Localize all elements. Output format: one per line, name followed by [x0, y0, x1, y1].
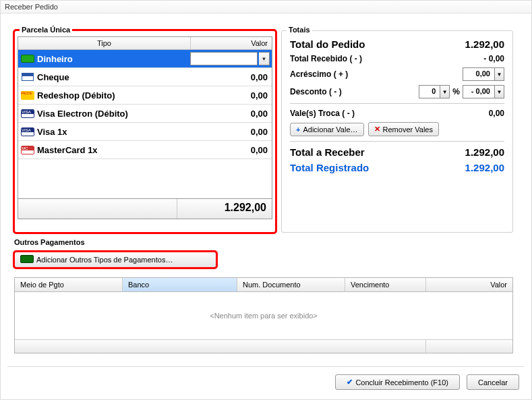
payment-value: 0,00: [191, 90, 272, 101]
chevron-down-icon[interactable]: ▼: [494, 68, 504, 80]
payment-name: Visa 1x: [37, 127, 191, 137]
window: Receber Pedido Parcela Única Tipo Valor …: [0, 0, 532, 400]
redeshop-icon: [18, 91, 37, 100]
payment-row-cheque[interactable]: Cheque 0,00: [18, 68, 272, 86]
cash-icon: [18, 55, 37, 63]
outros-pagamentos-legend: Outros Pagamentos: [14, 238, 85, 246]
visa-electron-icon: [18, 109, 37, 118]
col-meio-pgto[interactable]: Meio de Pgto: [15, 278, 123, 291]
payment-value: 0,00: [191, 145, 272, 155]
payment-methods-table: Tipo Valor Dinheiro ▼ Cheque: [18, 36, 272, 219]
plus-icon: +: [296, 125, 300, 134]
payment-value: 0,00: [191, 127, 272, 137]
desconto-pct-unit: %: [452, 87, 460, 96]
payment-row-visa[interactable]: Visa 1x 0,00: [18, 123, 272, 141]
grid-empty-message: <Nenhum item para ser exibido>: [15, 292, 512, 339]
outros-pagamentos-grid: Meio de Pgto Banco Num. Documento Vencim…: [14, 277, 513, 353]
grid-header: Meio de Pgto Banco Num. Documento Vencim…: [15, 278, 512, 292]
vales-label: Vale(s) Troca ( - ): [290, 109, 450, 118]
col-num-documento[interactable]: Num. Documento: [237, 278, 345, 291]
payment-value: 0,00: [191, 72, 272, 82]
check-icon: ✔: [347, 378, 353, 387]
total-recebido-label: Total Recebido ( - ): [290, 54, 450, 63]
add-outros-pagamentos-button[interactable]: Adicionar Outros Tipos de Pagamentos…: [14, 252, 216, 268]
payment-total-row: 1.292,00: [18, 198, 272, 219]
add-vale-button[interactable]: + Adicionar Vale…: [290, 123, 364, 136]
cancelar-button[interactable]: Cancelar: [467, 374, 519, 390]
payment-methods-header: Tipo Valor: [18, 37, 272, 50]
total-registrado-value: 1.292,00: [450, 162, 504, 173]
cheque-icon: [18, 73, 37, 81]
payment-methods-body: Dinheiro ▼ Cheque 0,00 Redeshop (Débi: [18, 50, 272, 198]
payment-value-input[interactable]: [190, 52, 258, 65]
col-vencimento[interactable]: Vencimento: [345, 278, 426, 291]
chevron-down-icon[interactable]: ▼: [440, 86, 449, 98]
parcela-unica-panel: Parcela Única Tipo Valor Dinheiro ▼: [14, 30, 276, 233]
payment-row-visa-electron[interactable]: Visa Electron (Débito) 0,00: [18, 105, 272, 123]
totais-panel: Totais Total do Pedido 1.292,00 Total Re…: [281, 30, 513, 233]
visa-icon: [18, 127, 37, 136]
window-title: Receber Pedido: [1, 1, 531, 13]
payment-row-mastercard[interactable]: MasterCard 1x 0,00: [18, 141, 272, 159]
desconto-pct-input[interactable]: 0▼: [419, 85, 450, 98]
remove-vales-button[interactable]: ✕ Remover Vales: [368, 122, 439, 136]
col-valor[interactable]: Valor: [426, 278, 512, 291]
x-icon: ✕: [374, 125, 380, 134]
concluir-recebimento-button[interactable]: ✔ Concluir Recebimento (F10): [335, 374, 460, 390]
payment-name: Cheque: [37, 72, 191, 82]
acrescimo-label: Acréscimo ( + ): [290, 69, 450, 79]
totais-legend: Totais: [287, 26, 312, 34]
payment-value: 0,00: [191, 109, 272, 119]
cash-icon: [20, 255, 34, 264]
payment-row-redeshop[interactable]: Redeshop (Débito) 0,00: [18, 86, 272, 105]
payment-name: MasterCard 1x: [37, 145, 191, 155]
payment-row-dinheiro[interactable]: Dinheiro ▼: [18, 50, 272, 68]
acrescimo-input[interactable]: 0,00▼: [463, 67, 504, 81]
vales-value: 0,00: [450, 109, 504, 118]
col-tipo[interactable]: Tipo: [18, 37, 191, 49]
total-pedido-label: Total do Pedido: [290, 38, 450, 50]
payment-name: Visa Electron (Débito): [37, 109, 191, 119]
total-receber-value: 1.292,00: [450, 146, 504, 158]
payment-name: Dinheiro: [37, 54, 184, 64]
chevron-down-icon[interactable]: ▼: [494, 86, 504, 98]
col-valor[interactable]: Valor: [191, 37, 272, 49]
total-registrado-label: Total Registrado: [290, 162, 450, 173]
col-banco[interactable]: Banco: [123, 278, 237, 291]
desconto-label: Desconto ( - ): [290, 87, 419, 96]
parcela-unica-legend: Parcela Única: [20, 26, 72, 34]
dropdown-icon[interactable]: ▼: [259, 52, 270, 65]
grid-footer: [15, 339, 512, 353]
total-recebido-value: - 0,00: [450, 54, 504, 63]
content: Parcela Única Tipo Valor Dinheiro ▼: [1, 16, 531, 399]
payment-name: Redeshop (Débito): [37, 90, 191, 101]
separator: [7, 366, 525, 367]
total-receber-label: Total a Receber: [290, 146, 450, 158]
mastercard-icon: [18, 146, 37, 154]
total-pedido-value: 1.292,00: [450, 38, 504, 50]
desconto-value-input[interactable]: - 0,00▼: [463, 85, 504, 98]
payment-total-value: 1.292,00: [177, 199, 272, 219]
